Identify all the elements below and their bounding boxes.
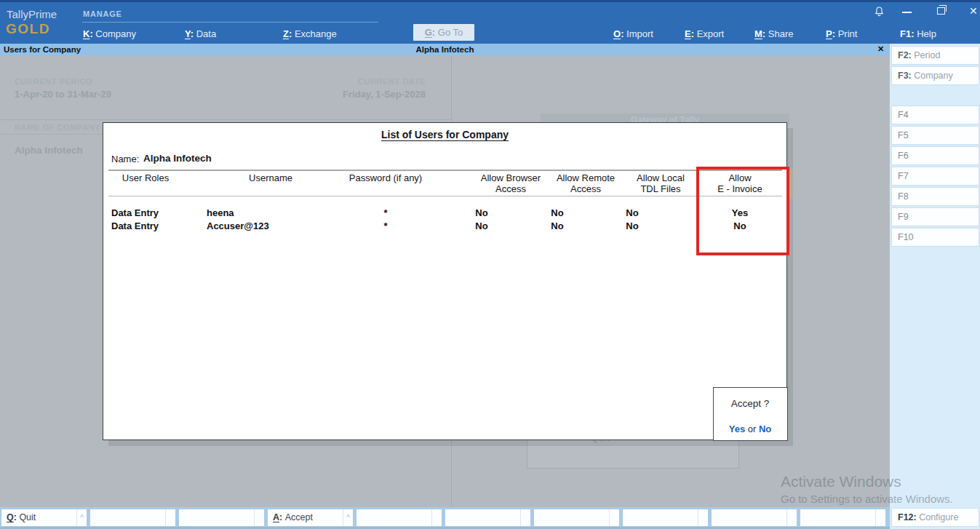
table-cell-password: * — [349, 220, 422, 232]
manage-underline — [82, 22, 378, 23]
menu-print-label: Print — [838, 28, 858, 39]
quit-button[interactable]: Q: Quit ^ — [1, 509, 87, 526]
empty-action-slot — [800, 509, 885, 526]
brand-tallyprime: TallyPrime — [7, 8, 57, 20]
sidebar-button-f3-company[interactable]: F3: Company — [891, 66, 979, 85]
table-cell-username: Accuser@123 — [207, 220, 323, 232]
caret-up-icon[interactable]: ^ — [77, 509, 87, 526]
header-bottom-rule — [108, 196, 782, 196]
menu-help[interactable]: F1: Help — [900, 26, 936, 42]
table-cell-user-role: Data Entry — [111, 207, 199, 219]
table-cell-remote-access: No — [521, 220, 594, 232]
sidebar-button-f4[interactable]: F4 — [891, 106, 979, 124]
table-cell-user-role: Data Entry — [111, 220, 199, 232]
screen-title-bar: Users for Company Alpha Infotech ✕ — [0, 44, 890, 56]
name-of-company-label: NAME OF COMPANY — [15, 123, 100, 132]
menu-share[interactable]: M: Share — [754, 26, 794, 42]
menu-exchange-label: Exchange — [295, 28, 337, 39]
table-cell-e-invoice: No — [704, 220, 776, 232]
restore-window-icon[interactable] — [937, 7, 945, 15]
menu-data-label: Data — [196, 28, 216, 39]
active-company-name: Alpha Infotech — [0, 45, 890, 54]
sidebar-button-f5[interactable]: F5 — [891, 126, 979, 145]
menu-import[interactable]: O: Import — [613, 26, 653, 42]
empty-action-slot — [179, 509, 264, 526]
close-window-icon[interactable]: ✕ — [969, 5, 978, 17]
menu-share-label: Share — [768, 28, 794, 39]
sidebar-button-f8[interactable]: F8 — [891, 187, 979, 206]
menu-exchange[interactable]: Z: Exchange — [283, 26, 337, 42]
table-cell-browser-access: No — [445, 207, 518, 219]
accept-or-label: or — [748, 423, 757, 434]
accept-prompt: Accept ? Yes or No — [713, 387, 788, 441]
minimize-icon[interactable] — [902, 12, 912, 13]
notification-bell-icon[interactable] — [873, 5, 885, 18]
company-name-value: Alpha Infotech — [15, 145, 83, 156]
function-key-sidebar: F2: Period F3: Company F4 F5 F6 F7 F8 F9… — [890, 44, 980, 529]
table-cell-password: * — [349, 207, 422, 219]
menu-import-label: Import — [626, 28, 653, 39]
current-date-value: Friday, 1-Sep-2028 — [291, 89, 426, 100]
sidebar-button-f10[interactable]: F10 — [891, 228, 979, 247]
menu-export[interactable]: E: Export — [685, 26, 724, 42]
divider — [0, 119, 451, 120]
col-header-username: Username — [234, 172, 307, 183]
menu-data[interactable]: Y: Data — [185, 26, 216, 42]
empty-action-slot — [445, 509, 530, 526]
accept-yes-button[interactable]: Yes — [729, 423, 745, 434]
empty-action-slot — [712, 509, 797, 526]
menu-company[interactable]: K: Company — [83, 26, 136, 42]
screen-close-icon[interactable]: ✕ — [877, 44, 884, 54]
menu-go-to[interactable]: G: Go To — [413, 24, 474, 41]
current-period-label: CURRENT PERIOD — [15, 77, 92, 86]
manage-section-label: MANAGE — [83, 9, 122, 18]
empty-action-slot — [356, 509, 442, 526]
list-of-users-dialog: List of Users for Company Name: Alpha In… — [103, 122, 787, 440]
table-cell-local-tdl: No — [596, 207, 669, 219]
bottom-action-bar: Q: Quit ^ A: Accept ^ — [0, 507, 890, 529]
menu-help-label: Help — [917, 28, 936, 39]
table-cell-username: heena — [207, 207, 323, 219]
col-header-user-roles: User Roles — [109, 172, 182, 183]
table-cell-e-invoice: Yes — [704, 207, 776, 219]
accept-prompt-title: Accept ? — [714, 398, 787, 409]
accept-button[interactable]: A: Accept ^ — [268, 509, 353, 526]
name-label: Name: — [111, 154, 139, 164]
table-cell-browser-access: No — [445, 220, 518, 232]
col-header-allow-e-invoice: AllowE - Invoice — [693, 172, 787, 194]
name-value: Alpha Infotech — [143, 153, 212, 164]
tallyprime-window: TallyPrime GOLD MANAGE K: Company Y: Dat… — [0, 0, 980, 529]
header-top-rule — [108, 170, 782, 171]
accept-no-button[interactable]: No — [759, 423, 771, 434]
menu-print[interactable]: P: Print — [826, 26, 857, 42]
sidebar-button-f12-configure[interactable]: F12: Configure — [891, 508, 979, 527]
sidebar-button-f9[interactable]: F9 — [891, 207, 979, 226]
gateway-highlight-sliver — [789, 170, 793, 199]
empty-action-slot — [623, 509, 708, 526]
current-period-value: 1-Apr-20 to 31-Mar-29 — [15, 89, 111, 100]
menu-go-to-label: Go To — [438, 27, 463, 38]
empty-action-slot — [90, 509, 175, 526]
dialog-title: List of Users for Company — [103, 129, 786, 140]
table-cell-local-tdl: No — [596, 220, 669, 232]
menu-company-label: Company — [95, 28, 136, 39]
current-date-label: CURRENT DATE — [291, 77, 426, 86]
col-header-password: Password (if any) — [331, 172, 440, 183]
accept-prompt-options: Yes or No — [714, 423, 787, 434]
menu-export-label: Export — [697, 28, 725, 39]
caret-up-icon[interactable]: ^ — [343, 509, 353, 526]
table-cell-remote-access: No — [521, 207, 594, 219]
empty-action-slot — [534, 509, 619, 526]
sidebar-button-f2-period[interactable]: F2: Period — [891, 46, 979, 65]
brand-gold: GOLD — [6, 21, 50, 37]
sidebar-button-f6[interactable]: F6 — [891, 146, 979, 165]
top-menu-bar: TallyPrime GOLD MANAGE K: Company Y: Dat… — [0, 0, 980, 44]
sidebar-button-f7[interactable]: F7 — [891, 167, 979, 186]
